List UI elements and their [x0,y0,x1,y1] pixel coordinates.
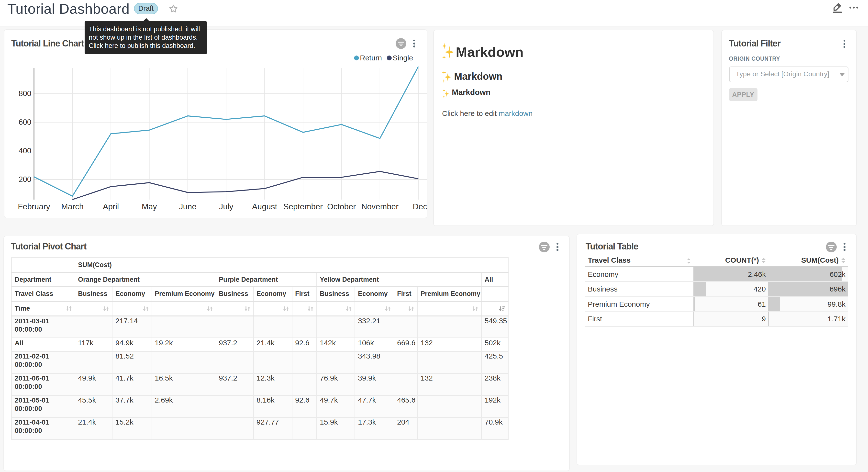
svg-text:June: June [179,202,196,211]
svg-text:200: 200 [18,175,31,184]
svg-text:Return: Return [360,54,382,62]
svg-text:March: March [61,202,83,211]
svg-text:Single: Single [393,54,413,62]
svg-text:800: 800 [18,89,31,98]
svg-text:November: November [361,202,398,211]
svg-text:July: July [219,202,233,211]
svg-text:August: August [252,202,277,211]
svg-text:April: April [102,202,119,211]
svg-text:December: December [412,202,427,211]
svg-text:September: September [283,202,322,211]
svg-text:February: February [18,202,50,211]
svg-text:October: October [327,202,355,211]
svg-text:400: 400 [18,147,31,155]
svg-text:May: May [141,202,157,211]
svg-text:600: 600 [18,118,31,126]
